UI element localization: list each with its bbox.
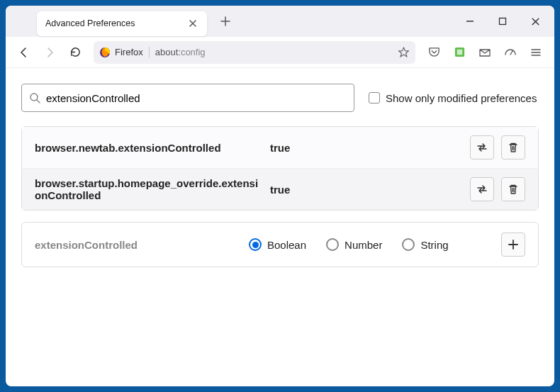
pref-row: browser.startup.homepage_override.extens… xyxy=(22,169,538,210)
maximize-button[interactable] xyxy=(486,6,519,37)
titlebar: Advanced Preferences xyxy=(6,6,554,37)
close-window-button[interactable] xyxy=(519,6,551,37)
identity-box[interactable]: Firefox xyxy=(99,47,150,58)
delete-button[interactable] xyxy=(501,177,525,201)
new-tab-button[interactable] xyxy=(215,11,235,31)
type-option-string[interactable]: String xyxy=(402,238,448,251)
radio-icon[interactable] xyxy=(249,238,262,251)
url-bar[interactable]: Firefox about:config xyxy=(94,41,415,64)
search-row: Show only modified preferences xyxy=(21,84,539,112)
dashboard-icon[interactable] xyxy=(499,41,522,64)
checkbox-icon[interactable] xyxy=(369,92,380,103)
window-controls xyxy=(454,6,551,37)
toggle-button[interactable] xyxy=(470,177,494,201)
pref-row: browser.newtab.extensionControlled true xyxy=(22,127,538,169)
minimize-button[interactable] xyxy=(454,6,486,37)
browser-tab[interactable]: Advanced Preferences xyxy=(37,11,207,36)
search-input[interactable] xyxy=(46,92,347,104)
close-tab-icon[interactable] xyxy=(187,18,198,29)
pocket-icon[interactable] xyxy=(422,41,445,64)
search-icon xyxy=(29,92,40,103)
delete-button[interactable] xyxy=(501,135,525,159)
new-pref-name: extensionControlled xyxy=(35,239,240,251)
toggle-button[interactable] xyxy=(470,135,494,159)
identity-label: Firefox xyxy=(115,47,143,57)
add-pref-button[interactable] xyxy=(501,233,525,257)
search-box[interactable] xyxy=(21,84,354,112)
radio-icon[interactable] xyxy=(326,238,339,251)
type-radio-group: Boolean Number String xyxy=(249,238,493,251)
extension-icon[interactable] xyxy=(448,41,471,64)
back-button[interactable] xyxy=(13,41,35,64)
forward-button[interactable] xyxy=(38,41,61,64)
content-area: Show only modified preferences browser.n… xyxy=(6,68,554,386)
checkbox-label: Show only modified preferences xyxy=(386,92,537,104)
pref-name: browser.startup.homepage_override.extens… xyxy=(35,177,262,201)
svg-rect-3 xyxy=(457,50,462,55)
pref-name: browser.newtab.extensionControlled xyxy=(35,142,262,154)
tab-title: Advanced Preferences xyxy=(45,18,187,28)
modified-only-filter[interactable]: Show only modified preferences xyxy=(369,92,537,104)
url-text: about:config xyxy=(155,47,206,57)
menu-icon[interactable] xyxy=(525,41,547,64)
nav-toolbar: Firefox about:config xyxy=(6,37,554,68)
reload-button[interactable] xyxy=(64,41,86,64)
new-pref-row: extensionControlled Boolean Number Strin… xyxy=(21,222,539,267)
type-option-number[interactable]: Number xyxy=(326,238,382,251)
pref-value: true xyxy=(270,184,461,196)
browser-window: Advanced Preferences Firefox about:confi… xyxy=(6,6,554,386)
prefs-list: browser.newtab.extensionControlled true … xyxy=(21,126,539,211)
svg-rect-0 xyxy=(500,18,506,25)
bookmark-star-icon[interactable] xyxy=(398,46,410,58)
radio-icon[interactable] xyxy=(402,238,415,251)
pref-value: true xyxy=(270,142,461,154)
firefox-icon xyxy=(99,47,111,58)
type-option-boolean[interactable]: Boolean xyxy=(249,238,306,251)
mail-icon[interactable] xyxy=(474,41,496,64)
